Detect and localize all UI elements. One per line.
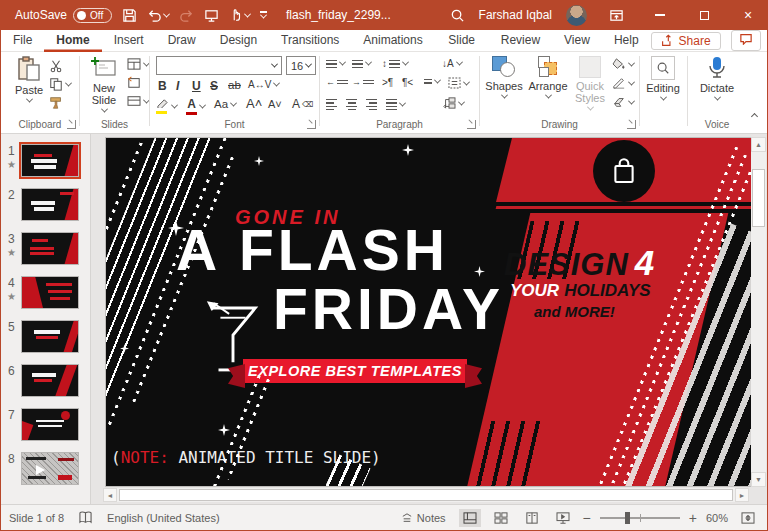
autosave-control[interactable]: AutoSave Off	[15, 8, 112, 23]
slide-thumbnail-1[interactable]	[21, 144, 79, 177]
slide-thumbnail-2[interactable]	[21, 188, 79, 221]
zoom-slider-thumb[interactable]	[625, 512, 630, 524]
scroll-down-button[interactable]: ▼	[751, 472, 766, 487]
numbering-button[interactable]	[352, 58, 371, 70]
tab-animations[interactable]: Animations	[351, 30, 434, 52]
autosave-toggle[interactable]: Off	[73, 8, 112, 23]
increase-indent-button[interactable]: →	[352, 77, 374, 87]
tab-slide-show[interactable]: Slide Show	[435, 30, 489, 52]
save-button[interactable]	[122, 8, 137, 23]
spellcheck-book-icon[interactable]	[78, 511, 93, 524]
scroll-right-button[interactable]: ►	[735, 488, 749, 502]
customize-quick-access-button[interactable]	[260, 11, 267, 18]
justify-button[interactable]	[386, 97, 405, 112]
slide-canvas[interactable]: ★ ★ GONE I	[106, 138, 751, 486]
editing-button[interactable]: Editing	[641, 56, 685, 101]
notes-button[interactable]: Notes	[397, 509, 450, 527]
slide-thumbnail-8[interactable]	[21, 452, 79, 485]
align-text-button[interactable]	[448, 77, 469, 89]
new-slide-button[interactable]: New Slide	[82, 56, 126, 113]
horizontal-scrollbar[interactable]: ◄ ►	[103, 488, 749, 502]
ltr-direction-button[interactable]: >¶	[382, 77, 393, 88]
minimize-button[interactable]	[645, 0, 675, 30]
align-left-button[interactable]	[326, 97, 337, 112]
tab-file[interactable]: File	[1, 30, 44, 52]
shape-effects-button[interactable]	[612, 96, 634, 108]
collapse-ribbon-button[interactable]	[751, 114, 757, 119]
vertical-scrollbar[interactable]: ▲ ▼	[751, 137, 766, 487]
share-button[interactable]: Share	[651, 32, 721, 50]
columns-button[interactable]	[424, 77, 440, 86]
character-spacing-button[interactable]: A↔V	[248, 79, 279, 90]
drawing-dialog-launcher[interactable]	[627, 120, 636, 129]
comments-button[interactable]	[731, 30, 761, 51]
tab-insert[interactable]: Insert	[102, 30, 156, 52]
slide-thumbnail-3[interactable]	[21, 232, 79, 265]
dictate-button[interactable]: Dictate	[695, 56, 739, 101]
user-avatar[interactable]	[566, 5, 587, 26]
slide-thumbnail-4[interactable]	[21, 276, 79, 309]
slide-thumbnail-6[interactable]	[21, 364, 79, 397]
tab-transitions[interactable]: Transitions	[269, 30, 351, 52]
shapes-button[interactable]: Shapes	[482, 56, 526, 99]
slide-sorter-view-button[interactable]	[490, 509, 512, 527]
text-direction-button[interactable]: ↓A	[442, 58, 462, 69]
grow-font-button[interactable]: A˄	[246, 96, 262, 111]
section-button[interactable]	[127, 95, 149, 107]
paragraph-dialog-launcher[interactable]	[467, 120, 476, 129]
close-button[interactable]: ×	[733, 0, 763, 30]
align-right-button[interactable]	[366, 97, 377, 112]
tab-draw[interactable]: Draw	[156, 30, 208, 52]
shrink-font-button[interactable]: A˅	[268, 98, 282, 110]
tab-design[interactable]: Design	[208, 30, 269, 52]
strikethrough-button[interactable]: S	[210, 79, 218, 93]
slide-layout-button[interactable]	[127, 58, 149, 70]
font-size-combo[interactable]: 16	[286, 56, 316, 75]
horizontal-scroll-thumb[interactable]	[119, 489, 733, 501]
clipboard-dialog-launcher[interactable]	[67, 120, 76, 129]
reading-view-button[interactable]	[521, 509, 543, 527]
quick-styles-button-disabled[interactable]: Quick Styles	[568, 56, 612, 111]
rtl-direction-button[interactable]: ¶<	[402, 77, 413, 88]
undo-button[interactable]	[147, 8, 169, 23]
bold-button[interactable]: B	[158, 79, 167, 93]
slide-show-button[interactable]	[552, 509, 574, 527]
scroll-left-button[interactable]: ◄	[103, 488, 117, 502]
scroll-up-button[interactable]: ▲	[751, 137, 766, 152]
shape-fill-button[interactable]	[612, 58, 634, 70]
shape-outline-button[interactable]	[612, 77, 634, 89]
change-case-button[interactable]: Aa	[214, 98, 236, 110]
convert-to-smartart-button[interactable]	[442, 97, 464, 109]
touch-mouse-mode-button[interactable]	[229, 8, 250, 22]
highlight-color-button[interactable]	[156, 98, 177, 114]
italic-button[interactable]: I	[176, 79, 179, 93]
tab-view[interactable]: View	[552, 30, 602, 52]
line-spacing-button[interactable]: ↕	[382, 58, 408, 70]
slide-thumbnail-7[interactable]	[21, 408, 79, 441]
search-button[interactable]	[450, 8, 465, 23]
tab-help[interactable]: Help	[602, 30, 651, 52]
arrange-button[interactable]: Arrange	[526, 56, 570, 99]
font-name-combo[interactable]	[156, 56, 282, 75]
fit-slide-to-window-button[interactable]	[737, 509, 759, 527]
restore-button[interactable]	[689, 0, 719, 30]
language-indicator[interactable]: English (United States)	[107, 512, 220, 524]
format-painter-button[interactable]	[49, 96, 63, 110]
redo-button-disabled[interactable]	[179, 8, 194, 23]
zoom-level[interactable]: 60%	[706, 512, 728, 524]
zoom-in-button[interactable]: +	[689, 513, 697, 523]
decrease-indent-button[interactable]: ←	[326, 77, 348, 87]
copy-button[interactable]	[49, 77, 71, 91]
tab-review[interactable]: Review	[489, 30, 552, 52]
align-center-button[interactable]	[346, 97, 357, 112]
slide-thumbnail-5[interactable]	[21, 320, 79, 353]
text-shadow-button[interactable]: ab	[228, 79, 241, 91]
font-color-button[interactable]: A	[186, 97, 205, 115]
clear-formatting-button[interactable]: A⌫	[292, 97, 313, 111]
paste-button[interactable]: Paste	[7, 56, 51, 103]
zoom-slider[interactable]	[600, 517, 680, 519]
start-slideshow-button[interactable]	[204, 8, 219, 23]
tab-home[interactable]: Home	[44, 30, 101, 52]
vertical-scroll-thumb[interactable]	[752, 169, 765, 227]
normal-view-button[interactable]	[459, 509, 481, 527]
